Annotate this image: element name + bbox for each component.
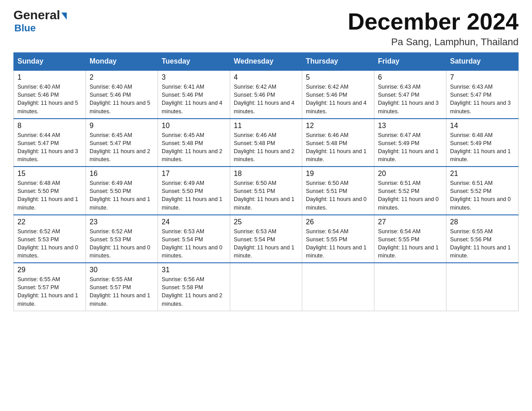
header-thursday: Thursday <box>302 53 374 71</box>
day-info: Sunrise: 6:52 AMSunset: 5:53 PMDaylight:… <box>17 227 82 260</box>
day-number: 2 <box>90 73 154 81</box>
day-number: 9 <box>90 122 154 130</box>
day-number: 31 <box>162 266 226 274</box>
header-wednesday: Wednesday <box>230 53 302 71</box>
day-number: 3 <box>162 73 226 81</box>
day-number: 1 <box>17 73 82 81</box>
calendar-day-18: 18Sunrise: 6:50 AMSunset: 5:51 PMDayligh… <box>230 167 302 215</box>
calendar-day-30: 30Sunrise: 6:55 AMSunset: 5:57 PMDayligh… <box>86 263 158 311</box>
day-info: Sunrise: 6:50 AMSunset: 5:51 PMDaylight:… <box>234 179 298 212</box>
calendar-day-4: 4Sunrise: 6:42 AMSunset: 5:46 PMDaylight… <box>230 70 302 119</box>
calendar-day-15: 15Sunrise: 6:48 AMSunset: 5:50 PMDayligh… <box>14 167 86 215</box>
calendar-day-3: 3Sunrise: 6:41 AMSunset: 5:46 PMDaylight… <box>158 70 230 119</box>
calendar-day-21: 21Sunrise: 6:51 AMSunset: 5:52 PMDayligh… <box>446 167 519 215</box>
calendar-day-31: 31Sunrise: 6:56 AMSunset: 5:58 PMDayligh… <box>158 263 230 311</box>
day-number: 8 <box>17 122 82 130</box>
day-number: 15 <box>17 170 82 178</box>
day-number: 29 <box>17 266 82 274</box>
day-number: 21 <box>450 170 515 178</box>
day-info: Sunrise: 6:40 AMSunset: 5:46 PMDaylight:… <box>17 83 82 116</box>
calendar-empty <box>230 263 302 311</box>
day-number: 7 <box>450 73 515 81</box>
calendar-table: SundayMondayTuesdayWednesdayThursdayFrid… <box>13 52 519 311</box>
calendar-week-2: 8Sunrise: 6:44 AMSunset: 5:47 PMDaylight… <box>14 119 519 167</box>
logo-blue: Blue <box>14 22 36 34</box>
calendar-week-4: 22Sunrise: 6:52 AMSunset: 5:53 PMDayligh… <box>14 215 519 263</box>
calendar-day-13: 13Sunrise: 6:47 AMSunset: 5:49 PMDayligh… <box>374 119 446 167</box>
day-info: Sunrise: 6:42 AMSunset: 5:46 PMDaylight:… <box>234 83 298 116</box>
calendar-day-1: 1Sunrise: 6:40 AMSunset: 5:46 PMDaylight… <box>14 70 86 119</box>
day-number: 22 <box>17 218 82 226</box>
day-number: 18 <box>234 170 298 178</box>
calendar-day-9: 9Sunrise: 6:45 AMSunset: 5:47 PMDaylight… <box>86 119 158 167</box>
day-info: Sunrise: 6:50 AMSunset: 5:51 PMDaylight:… <box>306 179 370 212</box>
header-friday: Friday <box>374 53 446 71</box>
day-info: Sunrise: 6:53 AMSunset: 5:54 PMDaylight:… <box>162 227 226 260</box>
day-info: Sunrise: 6:54 AMSunset: 5:55 PMDaylight:… <box>378 227 442 260</box>
day-info: Sunrise: 6:56 AMSunset: 5:58 PMDaylight:… <box>162 275 226 308</box>
day-number: 17 <box>162 170 226 178</box>
calendar-day-27: 27Sunrise: 6:54 AMSunset: 5:55 PMDayligh… <box>374 215 446 263</box>
day-number: 26 <box>306 218 370 226</box>
calendar-day-29: 29Sunrise: 6:55 AMSunset: 5:57 PMDayligh… <box>14 263 86 311</box>
day-info: Sunrise: 6:48 AMSunset: 5:50 PMDaylight:… <box>17 179 82 212</box>
header-sunday: Sunday <box>14 53 86 71</box>
day-info: Sunrise: 6:47 AMSunset: 5:49 PMDaylight:… <box>378 131 442 164</box>
header-saturday: Saturday <box>446 53 519 71</box>
calendar-day-19: 19Sunrise: 6:50 AMSunset: 5:51 PMDayligh… <box>302 167 374 215</box>
day-info: Sunrise: 6:44 AMSunset: 5:47 PMDaylight:… <box>17 131 82 164</box>
day-number: 5 <box>306 73 370 81</box>
header-tuesday: Tuesday <box>158 53 230 71</box>
calendar-day-26: 26Sunrise: 6:54 AMSunset: 5:55 PMDayligh… <box>302 215 374 263</box>
calendar-day-14: 14Sunrise: 6:48 AMSunset: 5:49 PMDayligh… <box>446 119 519 167</box>
day-info: Sunrise: 6:40 AMSunset: 5:46 PMDaylight:… <box>90 83 154 116</box>
day-number: 28 <box>450 218 515 226</box>
day-number: 6 <box>378 73 442 81</box>
calendar-day-16: 16Sunrise: 6:49 AMSunset: 5:50 PMDayligh… <box>86 167 158 215</box>
calendar-day-23: 23Sunrise: 6:52 AMSunset: 5:53 PMDayligh… <box>86 215 158 263</box>
day-number: 30 <box>90 266 154 274</box>
day-info: Sunrise: 6:55 AMSunset: 5:57 PMDaylight:… <box>17 275 82 308</box>
calendar-empty <box>302 263 374 311</box>
calendar-day-5: 5Sunrise: 6:42 AMSunset: 5:46 PMDaylight… <box>302 70 374 119</box>
day-info: Sunrise: 6:48 AMSunset: 5:49 PMDaylight:… <box>450 131 515 164</box>
day-info: Sunrise: 6:45 AMSunset: 5:48 PMDaylight:… <box>162 131 226 164</box>
calendar-week-3: 15Sunrise: 6:48 AMSunset: 5:50 PMDayligh… <box>14 167 519 215</box>
day-number: 12 <box>306 122 370 130</box>
calendar-day-22: 22Sunrise: 6:52 AMSunset: 5:53 PMDayligh… <box>14 215 86 263</box>
day-number: 24 <box>162 218 226 226</box>
day-info: Sunrise: 6:54 AMSunset: 5:55 PMDaylight:… <box>306 227 370 260</box>
day-info: Sunrise: 6:43 AMSunset: 5:47 PMDaylight:… <box>450 83 515 116</box>
page-header: General Blue December 2024 Pa Sang, Lamp… <box>13 9 519 48</box>
day-info: Sunrise: 6:51 AMSunset: 5:52 PMDaylight:… <box>378 179 442 212</box>
header-monday: Monday <box>86 53 158 71</box>
day-info: Sunrise: 6:45 AMSunset: 5:47 PMDaylight:… <box>90 131 154 164</box>
calendar-day-12: 12Sunrise: 6:46 AMSunset: 5:48 PMDayligh… <box>302 119 374 167</box>
calendar-day-20: 20Sunrise: 6:51 AMSunset: 5:52 PMDayligh… <box>374 167 446 215</box>
day-info: Sunrise: 6:53 AMSunset: 5:54 PMDaylight:… <box>234 227 298 260</box>
day-number: 25 <box>234 218 298 226</box>
day-number: 16 <box>90 170 154 178</box>
day-info: Sunrise: 6:41 AMSunset: 5:46 PMDaylight:… <box>162 83 226 116</box>
day-info: Sunrise: 6:49 AMSunset: 5:50 PMDaylight:… <box>162 179 226 212</box>
day-number: 27 <box>378 218 442 226</box>
day-number: 4 <box>234 73 298 81</box>
calendar-day-2: 2Sunrise: 6:40 AMSunset: 5:46 PMDaylight… <box>86 70 158 119</box>
day-number: 20 <box>378 170 442 178</box>
location-title: Pa Sang, Lamphun, Thailand <box>348 36 519 48</box>
calendar-day-6: 6Sunrise: 6:43 AMSunset: 5:47 PMDaylight… <box>374 70 446 119</box>
day-info: Sunrise: 6:46 AMSunset: 5:48 PMDaylight:… <box>234 131 298 164</box>
title-block: December 2024 Pa Sang, Lamphun, Thailand <box>348 9 519 48</box>
calendar-day-24: 24Sunrise: 6:53 AMSunset: 5:54 PMDayligh… <box>158 215 230 263</box>
calendar-day-17: 17Sunrise: 6:49 AMSunset: 5:50 PMDayligh… <box>158 167 230 215</box>
day-number: 11 <box>234 122 298 130</box>
calendar-week-5: 29Sunrise: 6:55 AMSunset: 5:57 PMDayligh… <box>14 263 519 311</box>
day-info: Sunrise: 6:43 AMSunset: 5:47 PMDaylight:… <box>378 83 442 116</box>
calendar-week-1: 1Sunrise: 6:40 AMSunset: 5:46 PMDaylight… <box>14 70 519 119</box>
calendar-day-25: 25Sunrise: 6:53 AMSunset: 5:54 PMDayligh… <box>230 215 302 263</box>
day-info: Sunrise: 6:46 AMSunset: 5:48 PMDaylight:… <box>306 131 370 164</box>
day-info: Sunrise: 6:55 AMSunset: 5:57 PMDaylight:… <box>90 275 154 308</box>
logo: General Blue <box>13 9 67 34</box>
month-title: December 2024 <box>348 9 519 34</box>
calendar-day-11: 11Sunrise: 6:46 AMSunset: 5:48 PMDayligh… <box>230 119 302 167</box>
